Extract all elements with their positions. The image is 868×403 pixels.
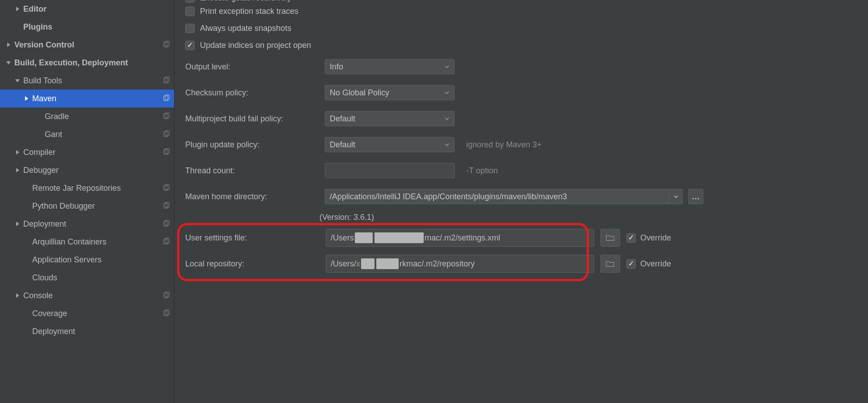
- chevron-down-icon: [673, 194, 679, 199]
- redacted-text: [355, 232, 373, 243]
- local-repo-input[interactable]: /Users/xrkmac/.m2/repository: [326, 255, 594, 273]
- sidebar-item-console[interactable]: Console: [0, 287, 174, 304]
- chevron-down-icon: [444, 140, 450, 150]
- copy-icon: [162, 309, 170, 317]
- checkbox-print-exception[interactable]: [185, 7, 195, 16]
- sidebar-item-label: Gant: [45, 130, 162, 139]
- sidebar-item-arquillian-containers[interactable]: Arquillian Containers: [0, 233, 174, 251]
- copy-icon: [162, 148, 170, 156]
- sidebar-item-label: Compiler: [23, 148, 162, 157]
- sidebar-item-label: Remote Jar Repositories: [32, 184, 162, 193]
- local-repo-override[interactable]: Override: [626, 259, 671, 269]
- ellipsis-icon: …: [692, 192, 700, 202]
- local-repo-browse-button[interactable]: [600, 255, 620, 273]
- select-value: No Global Policy: [330, 88, 389, 98]
- sidebar-item-label: Clouds: [32, 273, 170, 283]
- user-settings-browse-button[interactable]: [600, 229, 620, 247]
- chevron-down-icon: [14, 77, 21, 84]
- checkbox-update-indices[interactable]: [185, 41, 195, 50]
- sidebar-item-debugger[interactable]: Debugger: [0, 161, 174, 179]
- checkbox-label: Update indices on project open: [200, 41, 311, 50]
- copy-icon: [162, 202, 170, 210]
- sidebar-item-label: Editor: [23, 4, 170, 14]
- user-settings-input[interactable]: /Usersmac/.m2/settings.xml: [326, 229, 594, 247]
- sidebar-item-deployment[interactable]: Deployment: [0, 322, 174, 340]
- user-settings-label: User settings file:: [185, 233, 319, 243]
- sidebar-item-python-debugger[interactable]: Python Debugger: [0, 197, 174, 215]
- thread-count-hint: -T option: [466, 166, 498, 176]
- chevron-right-icon: [23, 95, 30, 102]
- sidebar-item-remote-jar-repositories[interactable]: Remote Jar Repositories: [0, 179, 174, 197]
- maven-home-combo[interactable]: /Applications/IntelliJ IDEA.app/Contents…: [325, 189, 669, 204]
- sidebar-item-clouds[interactable]: Clouds: [0, 269, 174, 287]
- redacted-text: [374, 232, 424, 243]
- user-settings-override[interactable]: Override: [626, 233, 671, 243]
- checkbox-label: Always update snapshots: [200, 24, 291, 33]
- sidebar-item-coverage[interactable]: Coverage: [0, 304, 174, 322]
- override-label: Override: [640, 259, 671, 269]
- arrow-none-icon: [14, 24, 21, 30]
- checkbox-override[interactable]: [626, 233, 636, 243]
- chevron-right-icon: [14, 6, 21, 12]
- arrow-none-icon: [23, 185, 30, 191]
- checkbox-execute-goals[interactable]: [185, 0, 195, 3]
- multiproject-fail-label: Multiproject build fail policy:: [185, 114, 319, 124]
- checksum-policy-label: Checksum policy:: [185, 88, 319, 98]
- output-level-label: Output level:: [185, 62, 319, 72]
- sidebar-item-maven[interactable]: Maven: [0, 90, 174, 107]
- sidebar-item-gradle[interactable]: Gradle: [0, 107, 174, 125]
- sidebar-item-deployment[interactable]: Deployment: [0, 215, 174, 233]
- multiproject-fail-select[interactable]: Default: [325, 111, 455, 126]
- sidebar-item-label: Application Servers: [32, 255, 170, 265]
- copy-icon: [162, 41, 170, 49]
- sidebar-item-label: Deployment: [32, 327, 170, 336]
- thread-count-input[interactable]: [325, 163, 455, 178]
- plugin-update-label: Plugin update policy:: [185, 140, 319, 150]
- path-text-prefix: /Users/: [331, 259, 356, 269]
- copy-icon: [162, 292, 170, 300]
- chevron-down-icon: [444, 114, 450, 124]
- chevron-right-icon: [14, 167, 21, 173]
- arrow-none-icon: [23, 239, 30, 245]
- checkbox-always-update[interactable]: [185, 24, 195, 33]
- select-value: Default: [330, 140, 355, 150]
- sidebar-item-label: Python Debugger: [32, 202, 162, 211]
- settings-sidebar: EditorPluginsVersion ControlBuild, Execu…: [0, 0, 174, 403]
- arrow-none-icon: [23, 257, 30, 263]
- checkbox-override[interactable]: [626, 259, 636, 269]
- plugin-update-hint: ignored by Maven 3+: [466, 140, 542, 150]
- plugin-update-select[interactable]: Default: [325, 137, 455, 152]
- checkbox-label: Execute goals recursively: [200, 0, 291, 3]
- chevron-down-icon: [444, 88, 450, 98]
- copy-icon: [162, 184, 170, 192]
- local-repo-label: Local repository:: [185, 259, 319, 269]
- checksum-policy-select[interactable]: No Global Policy: [325, 85, 455, 100]
- copy-icon: [162, 130, 170, 138]
- chevron-right-icon: [5, 42, 12, 48]
- sidebar-item-compiler[interactable]: Compiler: [0, 143, 174, 161]
- arrow-none-icon: [23, 328, 30, 334]
- maven-home-browse-button[interactable]: …: [688, 189, 703, 204]
- sidebar-item-label: Deployment: [23, 219, 162, 229]
- chevron-right-icon: [14, 221, 21, 227]
- maven-home-dropdown-button[interactable]: [669, 189, 683, 204]
- chevron-right-icon: [14, 149, 21, 155]
- copy-icon: [162, 77, 170, 85]
- thread-count-label: Thread count:: [185, 166, 319, 176]
- sidebar-item-gant[interactable]: Gant: [0, 125, 174, 143]
- path-text-mid: rkmac/.m2/repository: [400, 259, 475, 269]
- sidebar-item-label: Arquillian Containers: [32, 237, 162, 247]
- sidebar-item-version-control[interactable]: Version Control: [0, 36, 174, 54]
- sidebar-item-label: Gradle: [45, 112, 162, 121]
- sidebar-item-editor[interactable]: Editor: [0, 0, 174, 18]
- sidebar-item-plugins[interactable]: Plugins: [0, 18, 174, 36]
- override-label: Override: [640, 233, 671, 243]
- path-text-suffix: mac/.m2/settings.xml: [425, 233, 500, 243]
- output-level-select[interactable]: Info: [325, 59, 455, 74]
- maven-home-label: Maven home directory:: [185, 192, 319, 202]
- chevron-down-icon: [444, 62, 450, 72]
- chevron-down-icon: [5, 60, 12, 66]
- sidebar-item-build-tools[interactable]: Build Tools: [0, 72, 174, 90]
- sidebar-item-build-execution-deployment[interactable]: Build, Execution, Deployment: [0, 54, 174, 72]
- sidebar-item-application-servers[interactable]: Application Servers: [0, 251, 174, 269]
